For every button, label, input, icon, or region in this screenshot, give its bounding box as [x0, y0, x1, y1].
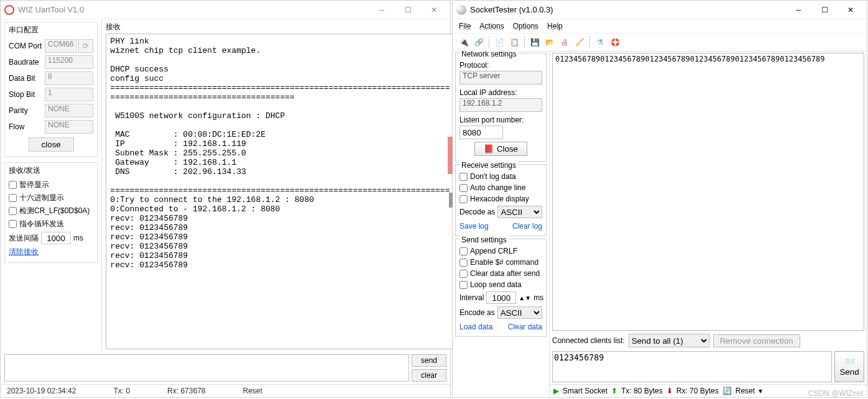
loopsend-checkbox[interactable]: [459, 281, 468, 289]
interval-input[interactable]: [41, 232, 71, 244]
encode-label: Encode as: [459, 308, 495, 317]
hex-checkbox[interactable]: [9, 194, 17, 202]
minimize-button-2[interactable]: ─: [786, 2, 811, 18]
status-socket: Smart Socket: [563, 387, 607, 395]
red-split-tab: [448, 137, 453, 174]
flow-label: Flow: [9, 122, 45, 131]
socket-close-button[interactable]: 📕 Close: [474, 142, 527, 156]
remove-conn-button[interactable]: Remove connection: [713, 334, 800, 347]
copy-icon[interactable]: 📄: [493, 36, 506, 48]
unplug-icon[interactable]: 🔗: [473, 36, 485, 48]
save-log-link[interactable]: Save log: [459, 222, 489, 231]
parity-label: Parity: [9, 106, 45, 115]
titlebar2: SocketTester (v1.0.0.3) ─ ☐ ✕: [453, 1, 867, 19]
crlf-checkbox[interactable]: [9, 207, 17, 215]
ip-label: Local IP address:: [459, 88, 542, 97]
save-icon[interactable]: 💾: [529, 36, 541, 48]
send-icon: 📨: [844, 357, 855, 366]
nolog-checkbox[interactable]: [459, 173, 468, 181]
status-tx-2: Tx: 80 Bytes: [621, 387, 663, 395]
status-rx: Rx: 673678: [167, 387, 205, 395]
interval-input-2[interactable]: [486, 291, 516, 304]
menu-options[interactable]: Options: [513, 22, 538, 30]
right-panel-2: 0123456789012345678901234567890123456789…: [550, 52, 867, 397]
hexacode-checkbox[interactable]: [459, 195, 468, 203]
dollar-checkbox[interactable]: [459, 259, 468, 267]
close-window-button-2[interactable]: ✕: [838, 2, 863, 18]
interval-label: 发送间隔: [9, 233, 39, 244]
send-button-2[interactable]: 📨 Send: [834, 351, 864, 382]
plug-icon[interactable]: 🔌: [458, 36, 470, 48]
crlf-label: 检测CR_LF($0D$0A): [19, 206, 90, 216]
loop-label: 指令循环发送: [19, 219, 64, 229]
loop-checkbox[interactable]: [9, 220, 17, 228]
help-icon[interactable]: 🛟: [609, 36, 621, 48]
send-textarea[interactable]: [4, 354, 409, 382]
recv-textbox[interactable]: PHY link wiznet chip tcp client example.…: [106, 34, 454, 349]
status-reset-2[interactable]: Reset: [736, 387, 755, 395]
flow-select[interactable]: NONE: [45, 120, 93, 134]
comport-select[interactable]: COM66: [45, 39, 76, 53]
recv-textbox-2[interactable]: 0123456789012345678901234567890123456789…: [552, 53, 864, 331]
serial-config-title: 串口配置: [9, 25, 93, 35]
minimize-button[interactable]: ─: [369, 2, 394, 18]
send-settings-group: Send settings Append CRLF Enable $# comm…: [455, 239, 547, 337]
crlf-checkbox-2[interactable]: [459, 247, 468, 255]
network-settings-title: Network settings: [459, 50, 519, 58]
network-settings-group: Network settings Protocol: TCP server Lo…: [455, 53, 547, 162]
door-icon: 📕: [484, 144, 494, 154]
pause-label: 暂停显示: [19, 180, 49, 190]
app-icon: [4, 5, 14, 15]
window-title-2: SocketTester (v1.0.0.3): [470, 5, 786, 14]
interval-unit-2: ms: [533, 293, 543, 302]
stopbit-label: Stop Bit: [9, 90, 45, 99]
databit-label: Data Bit: [9, 74, 45, 83]
send-textarea-2[interactable]: [552, 351, 832, 382]
decode-label: Decode as: [459, 208, 495, 216]
clear-recv-link[interactable]: 清除接收: [9, 247, 39, 256]
open-icon[interactable]: 📂: [543, 36, 556, 48]
receive-settings-title: Receive settings: [459, 161, 518, 170]
serial-close-button[interactable]: close: [29, 137, 74, 152]
menu-file[interactable]: File: [459, 22, 471, 30]
port-input[interactable]: [459, 126, 503, 139]
protocol-select[interactable]: TCP server: [459, 71, 542, 85]
paste-icon[interactable]: 📋: [508, 36, 520, 48]
parity-select[interactable]: NONE: [45, 104, 93, 117]
toolbar: 🔌 🔗 📄 📋 💾 📂 🖨 🧹 ⚗ 🛟: [453, 34, 867, 52]
status-reset[interactable]: Reset: [243, 387, 262, 395]
sockettester-window: SocketTester (v1.0.0.3) ─ ☐ ✕ File Actio…: [452, 0, 867, 398]
clear-data-link[interactable]: Clear data: [508, 323, 542, 331]
menu-actions[interactable]: Actions: [479, 22, 504, 30]
interval-label-2: Interval: [459, 293, 484, 302]
rxtx-title: 接收/发送: [9, 165, 93, 176]
autoline-checkbox[interactable]: [459, 184, 468, 192]
clearafter-checkbox[interactable]: [459, 270, 468, 278]
watermark: CSDN @WIZnet: [808, 389, 863, 398]
titlebar: WIZ UartTool V1.0 ─ ☐ ✕: [1, 1, 450, 19]
flask-icon[interactable]: ⚗: [594, 36, 606, 48]
decode-select[interactable]: ASCII: [497, 206, 542, 218]
baud-label: Baudrate: [9, 58, 45, 66]
ip-select[interactable]: 192.168.1.2: [459, 98, 542, 112]
maximize-button-2[interactable]: ☐: [812, 2, 837, 18]
load-data-link[interactable]: Load data: [459, 323, 492, 331]
brush-icon[interactable]: 🧹: [573, 36, 586, 48]
pause-checkbox[interactable]: [9, 181, 17, 189]
send-row: send clear: [1, 352, 450, 384]
send-button[interactable]: send: [412, 354, 446, 367]
clear-log-link[interactable]: Clear log: [512, 222, 542, 231]
close-window-button[interactable]: ✕: [422, 2, 446, 18]
refresh-icon[interactable]: ⟳: [78, 39, 93, 53]
clients-select[interactable]: Send to all (1): [629, 334, 709, 347]
clients-label: Connected clients list:: [552, 336, 625, 345]
clear-button[interactable]: clear: [412, 369, 446, 382]
encode-select[interactable]: ASCII: [497, 306, 542, 319]
stopbit-select[interactable]: 1: [45, 88, 93, 101]
databit-select[interactable]: 8: [45, 71, 93, 85]
menu-help[interactable]: Help: [547, 22, 563, 30]
baud-select[interactable]: 115200: [45, 55, 93, 69]
statusbar: 2023-10-19 02:34:42 Tx: 0 Rx: 673678 Res…: [1, 384, 450, 397]
maximize-button[interactable]: ☐: [395, 2, 420, 18]
print-icon[interactable]: 🖨: [558, 36, 571, 48]
